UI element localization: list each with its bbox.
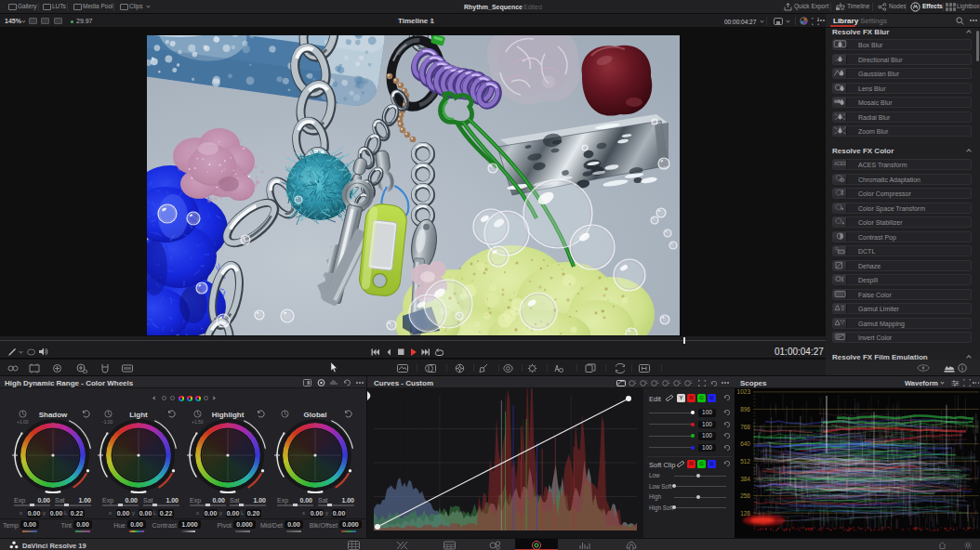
svg-text:512: 512	[740, 458, 750, 465]
svg-text:768: 768	[740, 424, 750, 430]
svg-text:640: 640	[740, 440, 750, 447]
svg-text:DCTL: DCTL	[838, 250, 845, 254]
svg-text:1023: 1023	[737, 388, 751, 395]
svg-text:384: 384	[740, 476, 750, 482]
svg-text:128: 128	[740, 510, 750, 517]
svg-text:896: 896	[740, 406, 750, 412]
svg-text:ACES: ACES	[834, 162, 845, 166]
svg-text:256: 256	[740, 492, 750, 499]
